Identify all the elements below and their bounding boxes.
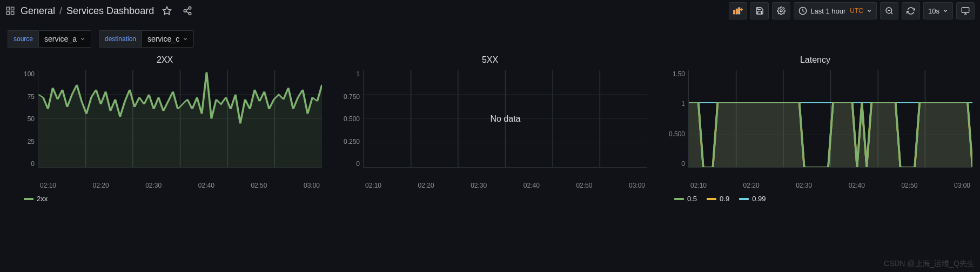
panel-5xx-xaxis: 02:10 02:20 02:30 02:40 02:50 03:00: [363, 178, 647, 189]
panel-5xx-title: 5XX: [333, 53, 647, 70]
dashboard-grid-icon[interactable]: [5, 6, 15, 16]
xtick: 03:00: [629, 182, 645, 189]
page-title[interactable]: Services Dashboard: [66, 5, 154, 17]
svg-rect-1: [11, 7, 14, 10]
svg-point-6: [184, 10, 186, 12]
legend-item[interactable]: 0.99: [739, 195, 766, 203]
breadcrumb-sep: /: [59, 5, 62, 17]
settings-button[interactable]: [772, 2, 790, 19]
var-source-value-text: service_a: [44, 35, 77, 43]
panel-2xx-canvas: [38, 70, 322, 168]
panel-2xx-yaxis: 100 75 50 25 0: [8, 70, 38, 168]
topbar-left: General / Services Dashboard: [5, 3, 724, 18]
panel-2xx[interactable]: 2XX 100 75 50 25 0 02:10 02:20: [8, 53, 322, 203]
xtick: 02:30: [796, 182, 812, 189]
ytick: 0: [31, 160, 35, 168]
time-range-label: Last 1 hour: [810, 7, 845, 15]
no-data-message: No data: [364, 70, 647, 167]
ytick: 50: [28, 115, 35, 123]
xtick: 02:40: [523, 182, 540, 189]
xtick: 02:20: [93, 182, 109, 189]
svg-line-8: [186, 11, 189, 13]
var-source: source service_a: [8, 30, 91, 48]
panel-2xx-legend: 2xx: [8, 189, 322, 203]
panel-2xx-plot: 100 75 50 25 0: [8, 70, 322, 178]
svg-rect-0: [6, 7, 9, 10]
legend-label: 0.5: [687, 195, 697, 203]
star-icon[interactable]: [159, 3, 174, 18]
chevron-down-icon: [867, 8, 872, 14]
ytick: 0.750: [344, 93, 360, 101]
svg-rect-10: [734, 10, 735, 14]
svg-rect-12: [739, 8, 740, 14]
panel-5xx[interactable]: 5XX 1 0.750 0.500 0.250 0 No data 02:: [333, 53, 647, 203]
legend-swatch: [739, 198, 749, 200]
var-source-value[interactable]: service_a: [38, 30, 91, 48]
panel-2xx-xaxis: 02:10 02:20 02:30 02:40 02:50 03:00: [38, 178, 322, 189]
var-destination-value[interactable]: service_c: [142, 30, 194, 48]
time-tz: UTC: [850, 7, 863, 15]
svg-rect-11: [736, 9, 738, 14]
var-destination: destination service_c: [99, 30, 194, 48]
legend-item[interactable]: 0.5: [674, 195, 697, 203]
ytick: 25: [28, 138, 35, 145]
xtick: 02:10: [690, 182, 707, 189]
refresh-interval-picker[interactable]: 10s: [923, 2, 953, 19]
chevron-down-icon: [943, 8, 948, 14]
panel-latency-title: Latency: [658, 53, 972, 70]
legend-swatch: [707, 198, 716, 200]
panel-2xx-title: 2XX: [8, 53, 322, 70]
ytick: 100: [24, 70, 35, 78]
panel-latency-legend: 0.5 0.9 0.99: [658, 189, 972, 203]
xtick: 02:50: [576, 182, 592, 189]
ytick: 0: [356, 160, 360, 168]
svg-line-9: [186, 9, 189, 10]
zoom-out-button[interactable]: [880, 2, 898, 19]
ytick: 0.500: [669, 130, 685, 138]
svg-rect-20: [962, 8, 969, 12]
ytick: 1: [356, 70, 360, 78]
add-panel-button[interactable]: [729, 2, 747, 19]
svg-point-5: [189, 7, 191, 10]
var-destination-value-text: service_c: [147, 35, 179, 43]
panel-latency-plot: 1.50 1 0.500 0: [658, 70, 972, 178]
legend-label: 0.99: [752, 195, 766, 203]
xtick: 02:50: [901, 182, 917, 189]
xtick: 02:50: [251, 182, 267, 189]
ytick: 1.50: [673, 70, 685, 78]
topbar-right: Last 1 hour UTC 10s: [729, 2, 975, 19]
legend-item[interactable]: 2xx: [24, 195, 48, 203]
template-variables: source service_a destination service_c: [0, 22, 980, 53]
breadcrumb: General / Services Dashboard: [21, 5, 154, 17]
refresh-interval-label: 10s: [928, 7, 939, 15]
panel-latency[interactable]: Latency 1.50 1 0.500 0 02:10 02:20: [658, 53, 972, 203]
svg-rect-2: [6, 12, 9, 15]
legend-label: 2xx: [37, 195, 48, 203]
legend-item[interactable]: 0.9: [707, 195, 729, 203]
xtick: 03:00: [954, 182, 970, 189]
panel-latency-yaxis: 1.50 1 0.500 0: [658, 70, 688, 168]
ytick: 0.250: [344, 138, 360, 145]
save-button[interactable]: [750, 2, 769, 19]
tv-mode-button[interactable]: [956, 2, 975, 19]
topbar: General / Services Dashboard Last 1 hour…: [0, 0, 980, 22]
legend-label: 0.9: [720, 195, 729, 203]
xtick: 02:10: [365, 182, 381, 189]
svg-line-18: [891, 12, 892, 14]
chevron-down-icon: [183, 36, 188, 42]
var-source-label: source: [8, 30, 38, 48]
refresh-button[interactable]: [902, 2, 920, 19]
ytick: 0.500: [344, 115, 360, 123]
xtick: 02:20: [418, 182, 434, 189]
time-range-picker[interactable]: Last 1 hour UTC: [794, 2, 877, 19]
ytick: 0: [681, 160, 685, 168]
ytick: 75: [28, 93, 35, 101]
var-destination-label: destination: [99, 30, 142, 48]
panel-5xx-plot: 1 0.750 0.500 0.250 0 No data: [333, 70, 647, 178]
breadcrumb-folder[interactable]: General: [21, 5, 55, 17]
xtick: 02:40: [198, 182, 214, 189]
share-icon[interactable]: [180, 3, 195, 18]
panel-5xx-yaxis: 1 0.750 0.500 0.250 0: [333, 70, 363, 168]
xtick: 02:10: [40, 182, 56, 189]
svg-rect-3: [11, 12, 14, 15]
